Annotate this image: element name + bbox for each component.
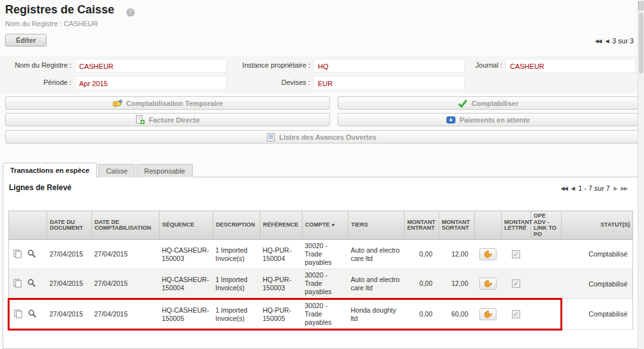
cell-ope-adv [531, 269, 562, 299]
cell-amount-in: 0,00 [405, 299, 439, 330]
statement-line-row[interactable]: 27/04/2015 27/04/2015 HQ-CASHEUR-150004 … [9, 269, 633, 299]
statement-line-row-highlighted[interactable]: 27/04/2015 27/04/2015 HQ-CASHEUR-150005 … [9, 299, 633, 330]
statement-line-row[interactable]: 27/04/2015 27/04/2015 HQ-CASHEUR-150003 … [9, 240, 633, 269]
search-icon[interactable] [27, 278, 36, 290]
vertical-scrollbar[interactable] [638, 0, 644, 349]
cell-ope-adv [531, 240, 562, 269]
lines-panel-title: Lignes de Relevé [9, 183, 71, 192]
invoice-plus-icon [135, 115, 145, 124]
cell-amount-in: 0,00 [405, 269, 439, 299]
lines-pager-next-icon[interactable]: ▶ [614, 186, 617, 191]
record-pager-text: 3 sur 3 [612, 37, 634, 45]
column-header-compte[interactable]: COMPTE▼ [303, 211, 348, 240]
column-header-sequence[interactable]: SÉQUENCE [160, 211, 213, 240]
column-header-date-document[interactable]: DATE DU DOCUMENT [47, 211, 92, 240]
pager-prev-icon[interactable]: ◀ [605, 38, 608, 44]
column-header-ope-adv[interactable]: OPE ADV - LINK TO PO [531, 211, 562, 240]
search-icon[interactable] [27, 249, 36, 260]
cell-montant-lettre: ✓ [502, 240, 531, 269]
tab-transactions-label: Transactions en espèce [10, 167, 89, 174]
cell-reference: HQ-PUR-150004 [260, 240, 303, 269]
field-value-instance: HQ [313, 59, 465, 73]
open-advances-button[interactable]: Listes des Avances Ouvertes [5, 130, 638, 144]
row-actions-cell [9, 269, 47, 299]
temp-posting-label: Comptabilisation Temporaire [126, 100, 223, 107]
column-header-reference[interactable]: RÉFÉRENCE [260, 211, 303, 240]
post-label: Comptabiliser [472, 100, 518, 107]
cell-doc-date: 27/04/2015 [47, 240, 92, 269]
tab-bar: Transactions en espèce Caisse Responsabl… [3, 163, 193, 177]
cell-sequence: HQ-CASHEUR-150003 [160, 240, 213, 269]
column-header-row-icons [9, 211, 47, 240]
row-actions-cell [9, 240, 47, 269]
duplicate-icon[interactable] [13, 278, 22, 290]
temp-posting-button[interactable]: Comptabilisation Temporaire [5, 96, 330, 110]
cell-partner: Honda doughty ltd [348, 299, 405, 330]
scrollbar-thumb[interactable] [639, 13, 643, 73]
tab-responsable[interactable]: Responsable [137, 164, 193, 177]
sort-indicator-icon: ▼ [331, 223, 336, 227]
duplicate-icon[interactable] [13, 249, 22, 260]
post-button[interactable]: Comptabiliser [338, 96, 638, 110]
hand-icon [484, 310, 493, 318]
column-header-statut[interactable]: STATUT(S) [562, 211, 633, 240]
field-label-instance: Instance propriétaire : [227, 61, 310, 69]
cell-doc-date: 27/04/2015 [47, 269, 92, 299]
field-value-devises: EUR [313, 76, 465, 90]
cell-partner: Auto and electro care ltd [348, 269, 405, 299]
field-label-periode: Période : [1, 78, 71, 86]
tab-caisse-label: Caisse [106, 167, 128, 175]
pending-payments-button[interactable]: Paiements en attente [338, 113, 638, 126]
column-header-description[interactable]: DESCRIPTION [213, 211, 260, 240]
cell-hand-action [475, 240, 502, 269]
cell-post-date: 27/04/2015 [92, 269, 160, 299]
cell-reference: HQ-PUR-150005 [260, 299, 303, 330]
help-icon[interactable]: ? [126, 8, 135, 17]
cell-post-date: 27/04/2015 [92, 240, 160, 269]
tab-transactions-espece[interactable]: Transactions en espèce [3, 163, 97, 178]
field-value-nom-registre: CASHEUR [75, 59, 227, 73]
pending-payments-label: Paiements en attente [460, 116, 530, 124]
column-header-date-comptabilisation[interactable]: DATE DE COMPTABILISATION [92, 211, 160, 240]
hand-action-button[interactable] [479, 248, 497, 260]
pager-first-icon[interactable]: ◀◀ [595, 38, 601, 44]
cell-ope-adv [531, 299, 562, 330]
table-header-row: DATE DU DOCUMENT DATE DE COMPTABILISATIO… [9, 211, 633, 240]
duplicate-icon[interactable] [13, 309, 23, 320]
montant-lettre-checkbox: ✓ [512, 310, 520, 318]
cell-status: Comptabilisé [562, 240, 633, 269]
scrollbar-top-button[interactable] [638, 1, 643, 10]
column-header-tiers[interactable]: TIERS [348, 211, 405, 240]
direct-invoice-button[interactable]: Facture Directe [5, 113, 330, 126]
montant-lettre-checkbox: ✓ [512, 250, 520, 258]
search-icon[interactable] [27, 309, 37, 320]
tab-caisse[interactable]: Caisse [98, 164, 135, 177]
field-value-periode: Apr 2015 [75, 76, 227, 90]
record-subtitle: Nom du Registre : CASHEUR [5, 20, 98, 27]
lines-pager-first-icon[interactable]: ◀◀ [561, 186, 567, 191]
edit-button[interactable]: Éditer [5, 34, 47, 47]
cell-account: 30020 - Trade payables [303, 240, 348, 269]
hand-icon [484, 250, 493, 258]
cell-description: 1 Imported Invoice(s) [213, 269, 260, 299]
statement-lines-grid: DATE DU DOCUMENT DATE DE COMPTABILISATIO… [8, 211, 633, 330]
hand-action-button[interactable] [479, 308, 497, 320]
field-label-journal: Journal : [449, 61, 502, 69]
cell-reference: HQ-PUR-150003 [260, 269, 303, 299]
lines-pager: ◀◀ ◀ 1 - 7 sur 7 ▶ ▶▶ [561, 184, 627, 192]
column-header-montant-sortant[interactable]: MONTANT SORTANT [439, 211, 475, 240]
hand-icon [484, 279, 493, 288]
coins-icon [112, 99, 123, 108]
record-pager: ◀◀ ◀ 3 sur 3 [595, 37, 634, 45]
field-value-journal: CASHEUR [505, 59, 636, 73]
cell-account: 30020 - Trade payables [303, 299, 348, 330]
column-header-montant-entrant[interactable]: MONTANT ENTRANT [405, 211, 439, 240]
cell-amount-in: 0,00 [405, 240, 439, 269]
hand-action-button[interactable] [479, 278, 497, 290]
cell-account: 30020 - Trade payables [303, 269, 348, 299]
tab-responsable-label: Responsable [144, 167, 185, 175]
column-header-montant-lettre[interactable]: MONTANT LETTRÉ [502, 211, 531, 240]
cell-sequence: HQ-CASHEUR-150005 [160, 299, 213, 330]
lines-pager-prev-icon[interactable]: ◀ [571, 186, 574, 191]
lines-pager-last-icon[interactable]: ▶▶ [621, 186, 627, 191]
